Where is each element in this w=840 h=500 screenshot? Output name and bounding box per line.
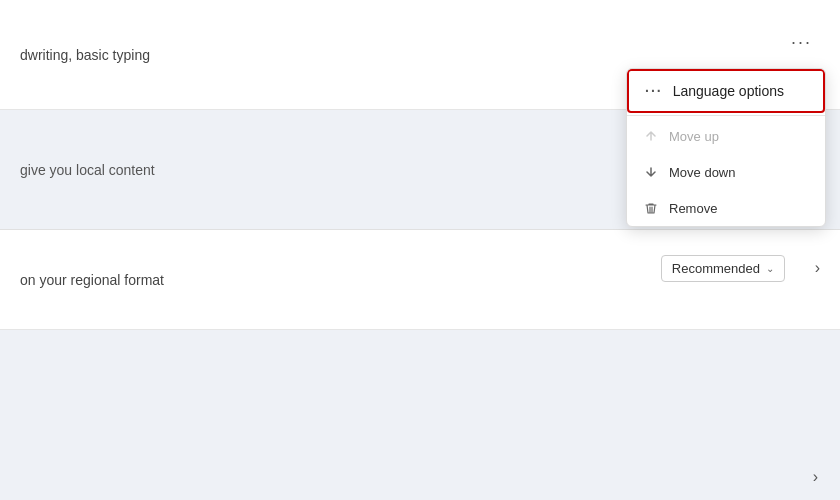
- recommended-area: Recommended ⌄: [661, 255, 785, 282]
- three-dots-button[interactable]: ···: [783, 28, 820, 57]
- dropdown-divider-1: [627, 115, 825, 116]
- up-arrow-icon: [643, 128, 659, 144]
- expand-button[interactable]: ›: [811, 255, 824, 281]
- row3-text: on your regional format: [20, 272, 164, 288]
- row2-text: give you local content: [20, 162, 155, 178]
- row1-text: dwriting, basic typing: [20, 47, 150, 63]
- chevron-down-icon: ⌄: [766, 263, 774, 274]
- dropdown-header-label: Language options: [673, 83, 784, 99]
- menu-item-move-up[interactable]: Move up: [627, 118, 825, 154]
- dropdown-menu: ··· Language options Move up Move down: [626, 68, 826, 227]
- recommended-button[interactable]: Recommended ⌄: [661, 255, 785, 282]
- remove-label: Remove: [669, 201, 717, 216]
- dropdown-dots-icon: ···: [645, 83, 663, 99]
- move-up-label: Move up: [669, 129, 719, 144]
- trash-icon: [643, 200, 659, 216]
- bottom-right-arrow[interactable]: ›: [809, 464, 822, 490]
- row-bottom: [0, 330, 840, 500]
- menu-item-remove[interactable]: Remove: [627, 190, 825, 226]
- expand-icon: ›: [815, 259, 820, 276]
- menu-item-move-down[interactable]: Move down: [627, 154, 825, 190]
- move-down-label: Move down: [669, 165, 735, 180]
- down-arrow-icon: [643, 164, 659, 180]
- page-container: dwriting, basic typing ··· give you loca…: [0, 0, 840, 500]
- recommended-label: Recommended: [672, 261, 760, 276]
- dropdown-header-language-options[interactable]: ··· Language options: [627, 69, 825, 113]
